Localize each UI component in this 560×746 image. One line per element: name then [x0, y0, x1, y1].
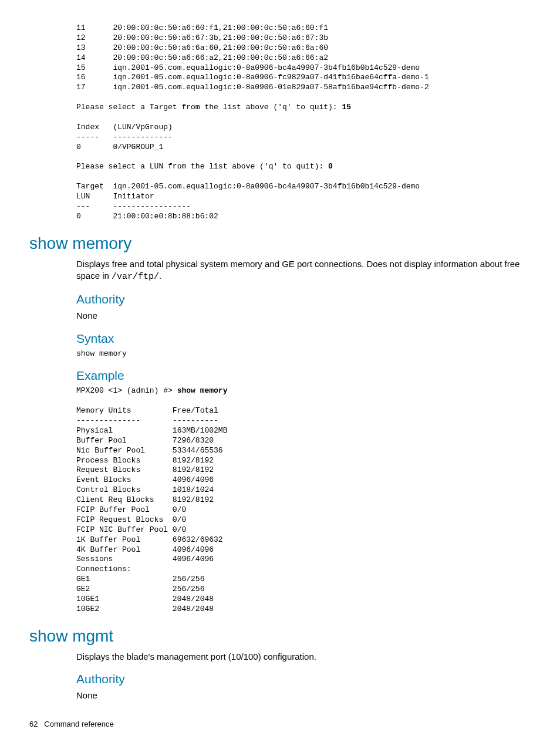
- target-line: 14 20:00:00:0c:50:a6:66:a2,21:00:00:0c:5…: [76, 53, 328, 62]
- mem-line: 4K Buffer Pool 4096/4096: [76, 545, 214, 554]
- mem-line: Physical 163MB/1002MB: [76, 426, 227, 435]
- mem-line: Sessions 4096/4096: [76, 555, 214, 563]
- section-show-mgmt: show mgmt: [29, 625, 531, 647]
- target-line: 11 20:00:00:0c:50:a6:60:f1,21:00:00:0c:5…: [76, 23, 328, 32]
- mem-line: 1K Buffer Pool 69632/69632: [76, 535, 223, 544]
- authority-text: None: [29, 310, 531, 322]
- example-prompt: MPX200 <1> (admin) #>: [76, 386, 177, 395]
- mem-line: Client Req Blocks 8192/8192: [76, 495, 214, 504]
- mem-line: GE1 256/256: [76, 575, 204, 583]
- lun-row: 0 21:00:00:e0:8b:88:b6:02: [76, 212, 218, 221]
- desc-mono: /var/ftp/: [112, 272, 159, 282]
- show-mgmt-desc: Displays the blade's management port (10…: [29, 651, 531, 663]
- mem-line: 10GE1 2048/2048: [76, 595, 214, 603]
- mem-line: Control Blocks 1018/1024: [76, 485, 214, 494]
- show-memory-desc: Displays free and total physical system …: [29, 258, 531, 283]
- target-line: 16 iqn.2001-05.com.equallogic:0-8a0906-f…: [76, 73, 429, 82]
- index-header: Index (LUN/VpGroup): [76, 123, 173, 131]
- prompt-lun-input: 0: [328, 162, 333, 171]
- authority-heading: Authority: [29, 291, 531, 308]
- target-line: 15 iqn.2001-05.com.equallogic:0-8a0906-b…: [76, 63, 420, 72]
- mem-line: -------------- ----------: [76, 416, 218, 425]
- prompt-lun-prefix: Please select a LUN from the list above …: [76, 162, 328, 171]
- mem-line: Request Blocks 8192/8192: [76, 465, 214, 474]
- mem-line: Process Blocks 8192/8192: [76, 456, 214, 465]
- example-cmd: show memory: [177, 386, 228, 395]
- syntax-text: show memory: [29, 349, 531, 359]
- target-line: 13 20:00:00:0c:50:a6:6a:60,21:00:00:0c:5…: [76, 43, 328, 52]
- section-show-memory: show memory: [29, 232, 531, 255]
- target-line: 17 iqn.2001-05.com.equallogic:0-8a0906-0…: [76, 83, 429, 92]
- lun-dash: --- -----------------: [76, 202, 191, 211]
- page-footer: 62 Command reference: [29, 719, 531, 730]
- mem-line: FCIP Request Blocks 0/0: [76, 515, 186, 524]
- target-detail: Target iqn.2001-05.com.equallogic:0-8a09…: [76, 182, 420, 191]
- mem-line: Buffer Pool 7296/8320: [76, 436, 214, 445]
- lun-header: LUN Initiator: [76, 192, 154, 201]
- example-block: MPX200 <1> (admin) #> show memory Memory…: [29, 386, 531, 614]
- mem-line: FCIP Buffer Pool 0/0: [76, 505, 186, 514]
- index-row: 0 0/VPGROUP_1: [76, 143, 163, 151]
- desc-suffix: .: [159, 271, 161, 281]
- page-number: 62: [29, 720, 38, 728]
- prompt-target-prefix: Please select a Target from the list abo…: [76, 103, 342, 112]
- mgmt-authority-heading: Authority: [29, 671, 531, 687]
- mem-line: Connections:: [76, 565, 131, 573]
- mem-line: Memory Units Free/Total: [76, 406, 218, 415]
- mem-line: FCIP NIC Buffer Pool 0/0: [76, 525, 186, 534]
- chapter-name: Command reference: [44, 720, 114, 728]
- target-line: 12 20:00:00:0c:50:a6:67:3b,21:00:00:0c:5…: [76, 33, 328, 42]
- prompt-target-input: 15: [342, 103, 351, 112]
- mem-line: 10GE2 2048/2048: [76, 605, 214, 613]
- mem-line: Nic Buffer Pool 53344/65536: [76, 446, 223, 455]
- mgmt-authority-text: None: [29, 690, 531, 701]
- index-dash: ----- -------------: [76, 133, 173, 141]
- mem-line: Event Blocks 4096/4096: [76, 475, 214, 484]
- syntax-heading: Syntax: [29, 330, 531, 347]
- example-heading: Example: [29, 367, 531, 384]
- code-block-targets: 11 20:00:00:0c:50:a6:60:f1,21:00:00:0c:5…: [29, 23, 531, 222]
- mem-line: GE2 256/256: [76, 585, 204, 593]
